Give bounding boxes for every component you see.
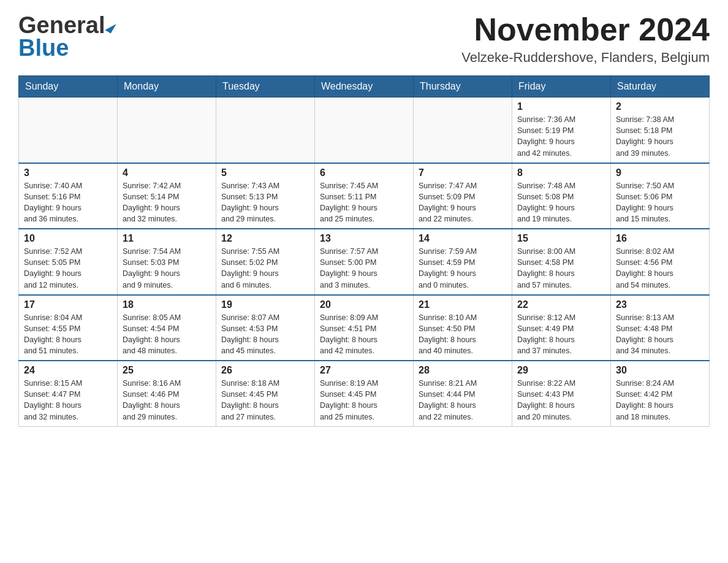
day-number: 30 bbox=[616, 365, 704, 376]
day-number: 20 bbox=[320, 299, 408, 310]
day-number: 5 bbox=[221, 167, 309, 178]
page-header: General Blue November 2024 Velzeke-Rudde… bbox=[18, 12, 710, 66]
day-info: Sunrise: 8:19 AMSunset: 4:45 PMDaylight:… bbox=[320, 378, 408, 423]
day-number: 2 bbox=[616, 101, 704, 112]
month-title: November 2024 bbox=[461, 12, 710, 47]
location-title: Velzeke-Ruddershove, Flanders, Belgium bbox=[461, 50, 710, 66]
table-row: 14Sunrise: 7:59 AMSunset: 4:59 PMDayligh… bbox=[414, 229, 512, 295]
day-info: Sunrise: 7:47 AMSunset: 5:09 PMDaylight:… bbox=[419, 180, 507, 225]
day-info: Sunrise: 8:05 AMSunset: 4:54 PMDaylight:… bbox=[123, 312, 211, 357]
header-tuesday: Tuesday bbox=[216, 76, 315, 98]
calendar-week-row: 10Sunrise: 7:52 AMSunset: 5:05 PMDayligh… bbox=[19, 229, 710, 295]
day-info: Sunrise: 7:40 AMSunset: 5:16 PMDaylight:… bbox=[24, 180, 112, 225]
day-number: 14 bbox=[419, 233, 507, 244]
table-row: 6Sunrise: 7:45 AMSunset: 5:11 PMDaylight… bbox=[315, 163, 414, 229]
table-row: 2Sunrise: 7:38 AMSunset: 5:18 PMDaylight… bbox=[611, 98, 710, 163]
logo-blue: Blue bbox=[18, 35, 69, 61]
day-number: 1 bbox=[517, 101, 605, 112]
day-number: 6 bbox=[320, 167, 408, 178]
day-number: 7 bbox=[419, 167, 507, 178]
table-row bbox=[414, 98, 512, 163]
header-monday: Monday bbox=[118, 76, 216, 98]
header-saturday: Saturday bbox=[611, 76, 710, 98]
day-info: Sunrise: 8:07 AMSunset: 4:53 PMDaylight:… bbox=[221, 312, 309, 357]
day-info: Sunrise: 7:43 AMSunset: 5:13 PMDaylight:… bbox=[221, 180, 309, 225]
table-row bbox=[19, 98, 118, 163]
day-info: Sunrise: 8:09 AMSunset: 4:51 PMDaylight:… bbox=[320, 312, 408, 357]
day-number: 3 bbox=[24, 167, 112, 178]
day-info: Sunrise: 7:54 AMSunset: 5:03 PMDaylight:… bbox=[123, 246, 211, 291]
day-number: 8 bbox=[517, 167, 605, 178]
table-row: 18Sunrise: 8:05 AMSunset: 4:54 PMDayligh… bbox=[118, 295, 216, 361]
calendar-table: Sunday Monday Tuesday Wednesday Thursday… bbox=[18, 75, 710, 427]
title-area: November 2024 Velzeke-Ruddershove, Fland… bbox=[461, 12, 710, 66]
day-info: Sunrise: 7:55 AMSunset: 5:02 PMDaylight:… bbox=[221, 246, 309, 291]
day-number: 29 bbox=[517, 365, 605, 376]
day-number: 25 bbox=[123, 365, 211, 376]
day-info: Sunrise: 8:22 AMSunset: 4:43 PMDaylight:… bbox=[517, 378, 605, 423]
day-number: 10 bbox=[24, 233, 112, 244]
day-number: 27 bbox=[320, 365, 408, 376]
table-row: 24Sunrise: 8:15 AMSunset: 4:47 PMDayligh… bbox=[19, 361, 118, 426]
day-number: 15 bbox=[517, 233, 605, 244]
day-info: Sunrise: 7:45 AMSunset: 5:11 PMDaylight:… bbox=[320, 180, 408, 225]
table-row: 16Sunrise: 8:02 AMSunset: 4:56 PMDayligh… bbox=[611, 229, 710, 295]
table-row: 15Sunrise: 8:00 AMSunset: 4:58 PMDayligh… bbox=[512, 229, 611, 295]
day-number: 12 bbox=[221, 233, 309, 244]
table-row: 30Sunrise: 8:24 AMSunset: 4:42 PMDayligh… bbox=[611, 361, 710, 426]
table-row: 9Sunrise: 7:50 AMSunset: 5:06 PMDaylight… bbox=[611, 163, 710, 229]
table-row: 1Sunrise: 7:36 AMSunset: 5:19 PMDaylight… bbox=[512, 98, 611, 163]
day-number: 4 bbox=[123, 167, 211, 178]
calendar-header-row: Sunday Monday Tuesday Wednesday Thursday… bbox=[19, 76, 710, 98]
table-row: 11Sunrise: 7:54 AMSunset: 5:03 PMDayligh… bbox=[118, 229, 216, 295]
table-row: 27Sunrise: 8:19 AMSunset: 4:45 PMDayligh… bbox=[315, 361, 414, 426]
day-info: Sunrise: 8:00 AMSunset: 4:58 PMDaylight:… bbox=[517, 246, 605, 291]
table-row: 29Sunrise: 8:22 AMSunset: 4:43 PMDayligh… bbox=[512, 361, 611, 426]
day-number: 23 bbox=[616, 299, 704, 310]
day-number: 24 bbox=[24, 365, 112, 376]
day-number: 17 bbox=[24, 299, 112, 310]
table-row: 22Sunrise: 8:12 AMSunset: 4:49 PMDayligh… bbox=[512, 295, 611, 361]
day-number: 18 bbox=[123, 299, 211, 310]
table-row: 3Sunrise: 7:40 AMSunset: 5:16 PMDaylight… bbox=[19, 163, 118, 229]
day-info: Sunrise: 7:52 AMSunset: 5:05 PMDaylight:… bbox=[24, 246, 112, 291]
day-info: Sunrise: 8:10 AMSunset: 4:50 PMDaylight:… bbox=[419, 312, 507, 357]
day-number: 9 bbox=[616, 167, 704, 178]
table-row: 19Sunrise: 8:07 AMSunset: 4:53 PMDayligh… bbox=[216, 295, 315, 361]
table-row: 20Sunrise: 8:09 AMSunset: 4:51 PMDayligh… bbox=[315, 295, 414, 361]
table-row: 21Sunrise: 8:10 AMSunset: 4:50 PMDayligh… bbox=[414, 295, 512, 361]
day-number: 28 bbox=[419, 365, 507, 376]
table-row: 5Sunrise: 7:43 AMSunset: 5:13 PMDaylight… bbox=[216, 163, 315, 229]
table-row: 26Sunrise: 8:18 AMSunset: 4:45 PMDayligh… bbox=[216, 361, 315, 426]
day-info: Sunrise: 8:04 AMSunset: 4:55 PMDaylight:… bbox=[24, 312, 112, 357]
table-row: 25Sunrise: 8:16 AMSunset: 4:46 PMDayligh… bbox=[118, 361, 216, 426]
day-info: Sunrise: 7:57 AMSunset: 5:00 PMDaylight:… bbox=[320, 246, 408, 291]
header-friday: Friday bbox=[512, 76, 611, 98]
day-info: Sunrise: 8:21 AMSunset: 4:44 PMDaylight:… bbox=[419, 378, 507, 423]
day-info: Sunrise: 8:12 AMSunset: 4:49 PMDaylight:… bbox=[517, 312, 605, 357]
table-row: 17Sunrise: 8:04 AMSunset: 4:55 PMDayligh… bbox=[19, 295, 118, 361]
table-row: 8Sunrise: 7:48 AMSunset: 5:08 PMDaylight… bbox=[512, 163, 611, 229]
day-info: Sunrise: 7:50 AMSunset: 5:06 PMDaylight:… bbox=[616, 180, 704, 225]
table-row: 13Sunrise: 7:57 AMSunset: 5:00 PMDayligh… bbox=[315, 229, 414, 295]
day-info: Sunrise: 8:18 AMSunset: 4:45 PMDaylight:… bbox=[221, 378, 309, 423]
calendar-week-row: 17Sunrise: 8:04 AMSunset: 4:55 PMDayligh… bbox=[19, 295, 710, 361]
table-row: 7Sunrise: 7:47 AMSunset: 5:09 PMDaylight… bbox=[414, 163, 512, 229]
table-row: 23Sunrise: 8:13 AMSunset: 4:48 PMDayligh… bbox=[611, 295, 710, 361]
day-number: 21 bbox=[419, 299, 507, 310]
day-info: Sunrise: 8:13 AMSunset: 4:48 PMDaylight:… bbox=[616, 312, 704, 357]
calendar-week-row: 1Sunrise: 7:36 AMSunset: 5:19 PMDaylight… bbox=[19, 98, 710, 163]
calendar-week-row: 3Sunrise: 7:40 AMSunset: 5:16 PMDaylight… bbox=[19, 163, 710, 229]
day-info: Sunrise: 7:38 AMSunset: 5:18 PMDaylight:… bbox=[616, 114, 704, 159]
day-info: Sunrise: 7:42 AMSunset: 5:14 PMDaylight:… bbox=[123, 180, 211, 225]
day-info: Sunrise: 7:48 AMSunset: 5:08 PMDaylight:… bbox=[517, 180, 605, 225]
header-sunday: Sunday bbox=[19, 76, 118, 98]
day-number: 13 bbox=[320, 233, 408, 244]
day-number: 26 bbox=[221, 365, 309, 376]
day-number: 19 bbox=[221, 299, 309, 310]
day-number: 11 bbox=[123, 233, 211, 244]
day-info: Sunrise: 8:15 AMSunset: 4:47 PMDaylight:… bbox=[24, 378, 112, 423]
logo: General Blue bbox=[18, 12, 114, 61]
day-info: Sunrise: 7:36 AMSunset: 5:19 PMDaylight:… bbox=[517, 114, 605, 159]
table-row: 28Sunrise: 8:21 AMSunset: 4:44 PMDayligh… bbox=[414, 361, 512, 426]
